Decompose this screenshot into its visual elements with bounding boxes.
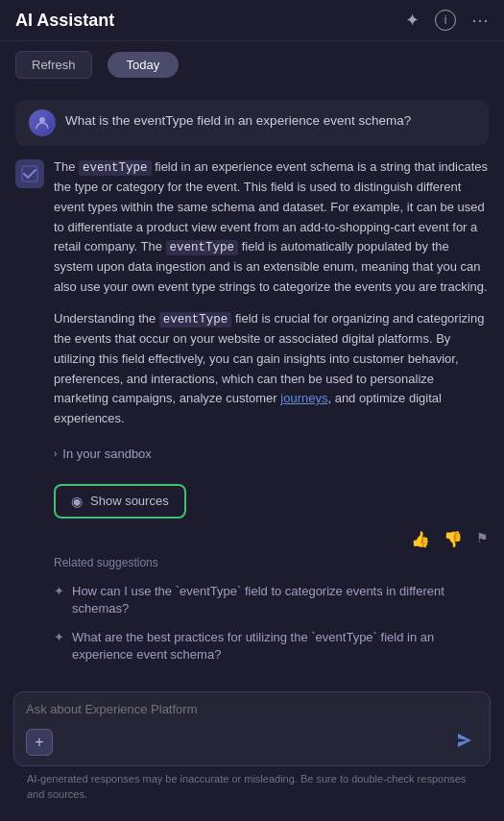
feedback-icons: 👍 👎 ⚑ bbox=[411, 530, 489, 548]
journeys-link[interactable]: journeys bbox=[280, 391, 327, 405]
show-sources-label: Show sources bbox=[90, 494, 169, 508]
sandbox-chevron-icon: › bbox=[54, 447, 57, 462]
user-message: What is the eventType field in an experi… bbox=[15, 100, 489, 146]
input-box: + bbox=[13, 691, 491, 766]
user-message-text: What is the eventType field in an experi… bbox=[65, 109, 411, 131]
toolbar: Refresh Today bbox=[0, 41, 504, 88]
thumbsup-icon[interactable]: 👍 bbox=[411, 530, 430, 548]
settings-icon[interactable]: ✦ bbox=[405, 10, 420, 31]
disclaimer: AI-generated responses may be inaccurate… bbox=[13, 766, 491, 811]
suggestion-text-2: What are the best practices for utilizin… bbox=[72, 629, 489, 664]
show-sources-button[interactable]: ◉ Show sources bbox=[54, 484, 186, 519]
svg-point-0 bbox=[39, 117, 45, 123]
disclaimer-text: AI-generated responses may be inaccurate… bbox=[27, 773, 466, 799]
ai-body: The eventType field in an experience eve… bbox=[54, 157, 489, 526]
header-icons: ✦ i ⋯ bbox=[405, 10, 489, 31]
app-container: AI Assistant ✦ i ⋯ Refresh Today What is… bbox=[0, 0, 504, 821]
today-button[interactable]: Today bbox=[108, 52, 180, 78]
eye-icon: ◉ bbox=[71, 494, 83, 509]
star-icon-2: ✦ bbox=[54, 630, 64, 644]
input-area: + AI-generated responses may be inaccura… bbox=[0, 682, 504, 821]
flag-icon[interactable]: ⚑ bbox=[476, 530, 489, 548]
code-eventtype-1: eventType bbox=[79, 160, 152, 176]
send-button[interactable] bbox=[451, 729, 478, 756]
more-options-icon[interactable]: ⋯ bbox=[471, 10, 489, 31]
p2-pre: Understanding the bbox=[54, 311, 159, 326]
input-actions: + bbox=[26, 729, 478, 756]
refresh-button[interactable]: Refresh bbox=[15, 51, 92, 79]
feedback-row: 👍 👎 ⚑ bbox=[15, 530, 489, 548]
suggestion-text-1: How can I use the `eventType` field to c… bbox=[72, 583, 489, 617]
plus-icon: + bbox=[35, 734, 43, 751]
send-icon bbox=[456, 732, 473, 753]
chat-area: What is the eventType field in an experi… bbox=[0, 88, 504, 682]
related-suggestions: Related suggestions ✦ How can I use the … bbox=[15, 556, 489, 670]
star-icon-1: ✦ bbox=[54, 584, 64, 598]
ai-row: The eventType field in an experience eve… bbox=[15, 157, 489, 526]
app-title: AI Assistant bbox=[15, 11, 114, 31]
thumbsdown-icon[interactable]: 👎 bbox=[444, 530, 463, 548]
ai-content: The eventType field in an experience eve… bbox=[54, 157, 489, 526]
p1-pre: The bbox=[54, 159, 79, 174]
code-eventtype-3: eventType bbox=[159, 312, 232, 327]
suggestion-item-1[interactable]: ✦ How can I use the `eventType` field to… bbox=[54, 577, 489, 623]
chat-input[interactable] bbox=[26, 702, 478, 721]
code-eventtype-2: eventType bbox=[166, 240, 239, 255]
ai-paragraph-2: Understanding the eventType field is cru… bbox=[54, 309, 489, 429]
header: AI Assistant ✦ i ⋯ bbox=[0, 0, 504, 41]
ai-avatar bbox=[15, 159, 44, 188]
user-avatar bbox=[29, 109, 56, 136]
ai-paragraph-1: The eventType field in an experience eve… bbox=[54, 157, 489, 298]
related-label: Related suggestions bbox=[54, 556, 489, 569]
suggestion-item-2[interactable]: ✦ What are the best practices for utiliz… bbox=[54, 623, 489, 669]
sandbox-toggle[interactable]: › In your sandbox bbox=[54, 441, 489, 469]
info-icon[interactable]: i bbox=[435, 10, 456, 31]
sandbox-label: In your sandbox bbox=[62, 445, 152, 465]
ai-message-block: The eventType field in an experience eve… bbox=[15, 157, 489, 670]
sandbox-section: › In your sandbox bbox=[54, 441, 489, 469]
add-button[interactable]: + bbox=[26, 729, 53, 756]
